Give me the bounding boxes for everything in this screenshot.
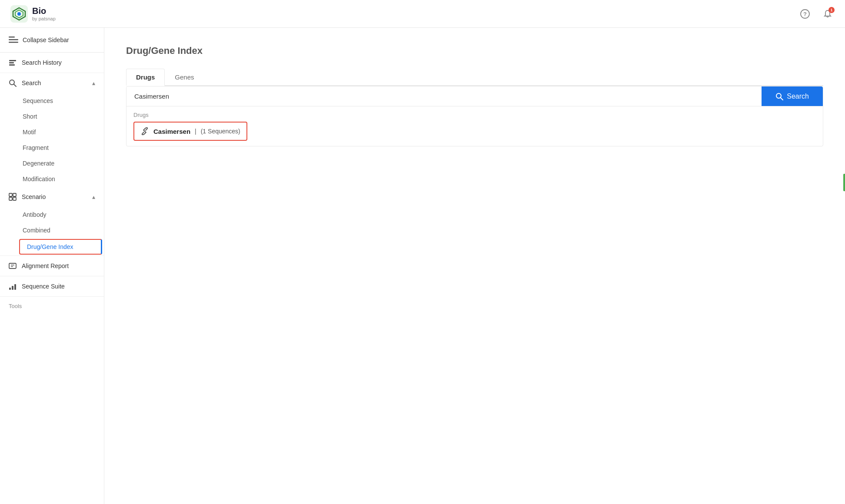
help-button[interactable]: ?	[798, 7, 812, 21]
sidebar-item-search-history[interactable]: Search History	[0, 53, 104, 73]
sidebar-collapse-button[interactable]: Collapse Sidebar	[0, 28, 104, 53]
search-section-left: Search	[9, 79, 41, 87]
search-history-icon	[9, 59, 17, 66]
search-icon	[9, 79, 17, 87]
search-chevron-icon	[92, 80, 95, 86]
sidebar-item-sequence-suite[interactable]: Sequence Suite	[0, 276, 104, 296]
right-accent-bar	[843, 174, 845, 191]
svg-rect-11	[9, 64, 15, 66]
search-button[interactable]: Search	[762, 86, 823, 106]
dropdown-section-label: Drugs	[133, 112, 816, 118]
scenario-section-left: Scenario	[9, 193, 46, 201]
sidebar-item-antibody[interactable]: Antibody	[0, 207, 104, 222]
sequence-suite-icon	[9, 282, 17, 290]
sidebar-item-combined[interactable]: Combined	[0, 222, 104, 238]
logo-text: Bio by patsnap	[32, 6, 56, 22]
svg-rect-6	[9, 36, 15, 38]
scenario-chevron-icon	[92, 193, 95, 200]
collapse-icon	[9, 36, 18, 43]
collapse-sidebar-label: Collapse Sidebar	[23, 36, 69, 43]
sidebar-item-alignment-report[interactable]: Alignment Report	[0, 255, 104, 276]
sidebar-item-drug-gene-index[interactable]: Drug/Gene Index	[19, 239, 102, 255]
tabs: Drugs Genes	[126, 69, 823, 86]
sidebar-item-degenerate[interactable]: Degenerate	[0, 156, 104, 171]
result-separator: |	[195, 128, 196, 135]
svg-point-3	[17, 12, 21, 16]
search-section-label: Search	[22, 80, 41, 86]
logo: Bio by patsnap	[10, 5, 56, 23]
svg-rect-16	[9, 197, 12, 200]
svg-rect-15	[13, 193, 16, 196]
svg-rect-7	[9, 39, 18, 40]
logo-bio: Bio	[32, 6, 56, 16]
search-button-icon	[775, 93, 783, 100]
search-input[interactable]	[126, 86, 762, 106]
dropdown-result-item[interactable]: Casimersen | (1 Sequences)	[133, 122, 247, 141]
svg-rect-10	[9, 62, 14, 63]
sidebar-item-modification[interactable]: Modification	[0, 171, 104, 187]
notification-badge: 1	[828, 7, 835, 13]
sidebar-item-motif[interactable]: Motif	[0, 124, 104, 140]
search-section: Search Sequences Short Motif Fragment De…	[0, 73, 104, 187]
scenario-submenu: Antibody Combined Drug/Gene Index	[0, 207, 104, 255]
svg-rect-18	[9, 263, 16, 269]
svg-line-25	[781, 98, 783, 100]
search-history-label: Search History	[22, 59, 62, 66]
sidebar-scenario-toggle[interactable]: Scenario	[0, 187, 104, 207]
svg-rect-21	[9, 288, 11, 290]
main-content: Drug/Gene Index Drugs Genes Search Drug	[104, 28, 845, 504]
svg-rect-22	[12, 286, 13, 290]
search-submenu: Sequences Short Motif Fragment Degenerat…	[0, 93, 104, 187]
sidebar: Collapse Sidebar Search History Search	[0, 28, 104, 504]
alignment-report-label: Alignment Report	[22, 262, 69, 269]
sidebar-tools-label: Tools	[0, 296, 104, 315]
tab-genes[interactable]: Genes	[165, 69, 204, 85]
drug-link-icon	[140, 127, 149, 136]
svg-text:?: ?	[803, 11, 807, 17]
sidebar-search-toggle[interactable]: Search	[0, 73, 104, 93]
notification-button[interactable]: 1	[821, 7, 835, 21]
search-button-label: Search	[787, 93, 809, 100]
header-icons: ? 1	[798, 7, 835, 21]
result-sequence-count: (1 Sequences)	[201, 128, 240, 135]
sidebar-item-sequences[interactable]: Sequences	[0, 93, 104, 109]
svg-rect-8	[9, 42, 18, 43]
svg-rect-9	[9, 60, 16, 61]
search-bar: Search	[126, 86, 823, 106]
svg-rect-14	[9, 193, 12, 196]
header: Bio by patsnap ? 1	[0, 0, 845, 28]
alignment-report-icon	[9, 262, 17, 270]
scenario-icon	[9, 193, 17, 201]
dropdown-container: Drugs Casimersen | (1 Sequences)	[126, 106, 823, 146]
sequence-suite-label: Sequence Suite	[22, 283, 65, 290]
layout: Collapse Sidebar Search History Search	[0, 28, 845, 504]
scenario-section-label: Scenario	[22, 193, 46, 200]
svg-rect-17	[13, 197, 16, 200]
sidebar-item-short[interactable]: Short	[0, 109, 104, 124]
logo-patsnap: by patsnap	[32, 16, 56, 22]
logo-icon	[10, 5, 28, 23]
result-drug-name: Casimersen	[153, 128, 190, 135]
svg-rect-23	[14, 284, 16, 290]
search-container: Search Drugs Casimersen | (1 Sequences)	[126, 86, 823, 146]
sidebar-item-fragment[interactable]: Fragment	[0, 140, 104, 156]
scenario-section: Scenario Antibody Combined Drug/Gene Ind…	[0, 187, 104, 255]
page-title: Drug/Gene Index	[126, 45, 823, 56]
tab-drugs[interactable]: Drugs	[126, 69, 165, 86]
svg-line-13	[14, 84, 16, 86]
